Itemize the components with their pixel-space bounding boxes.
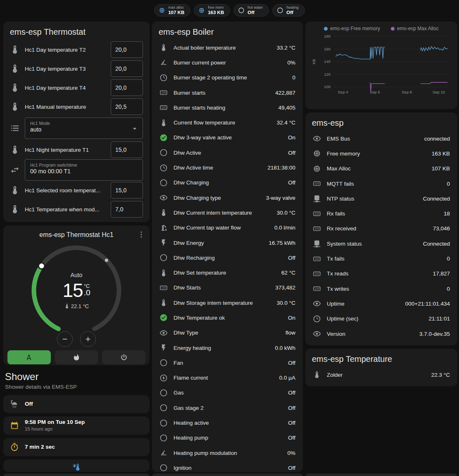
- entity-row[interactable]: 123 Rx received 73,046: [305, 221, 457, 236]
- temperature-input[interactable]: [111, 98, 143, 115]
- shower-entity-card[interactable]: 9:58 PM on Tue 10 Sep 15 hours ago: [3, 416, 150, 435]
- temperature-input[interactable]: [111, 182, 143, 199]
- partial-card[interactable]: [3, 459, 150, 472]
- svg-text:123: 123: [162, 106, 166, 109]
- chip-label: max alloc: [168, 6, 184, 10]
- entity-row[interactable]: 123 Tx fails 0: [305, 251, 457, 266]
- entity-icon: [159, 148, 168, 157]
- entity-icon: [159, 359, 168, 367]
- entity-row[interactable]: Uptime (sec) 21:11:01: [305, 311, 457, 326]
- entity-row[interactable]: Energy heating 0.0 kWh: [152, 340, 303, 355]
- entity-label: EMS Bus: [327, 136, 419, 142]
- entity-icon: 123: [313, 270, 321, 278]
- device-entity-list: EMS Bus connected Free memory 163 KB Max…: [305, 131, 457, 345]
- entity-row[interactable]: Burner current power 0%: [152, 55, 303, 70]
- minus-icon: [61, 335, 69, 343]
- thermometer-icon: [10, 45, 20, 55]
- entity-row[interactable]: Flame current 0.0 µA: [152, 371, 303, 385]
- entity-row[interactable]: Free memory 163 KB: [305, 146, 457, 161]
- temperature-input[interactable]: [111, 79, 143, 96]
- chip-label: hot water: [247, 6, 263, 10]
- program-switchtime-field[interactable]: Hc1 Program switchtime 00 mo 00:00 T1: [25, 159, 143, 181]
- temperature-input[interactable]: [111, 201, 143, 218]
- entity-row[interactable]: 123 Tx writes 0: [305, 281, 457, 296]
- entity-row[interactable]: Dhw 3-way valve active On: [152, 130, 303, 145]
- entity-row[interactable]: Dhw Set temperature 62 °C: [152, 265, 303, 280]
- entity-row[interactable]: Dhw Current intern temperature 30.0 °C: [152, 205, 303, 220]
- hvac-mode-button[interactable]: [7, 350, 51, 364]
- entity-row[interactable]: Dhw Recharging Off: [152, 250, 303, 265]
- entity-row[interactable]: 123 MQTT fails 0: [305, 176, 457, 191]
- hvac-mode-button[interactable]: [102, 350, 145, 364]
- badge-chip[interactable]: hot water Off: [233, 4, 269, 17]
- entity-row[interactable]: Fan Off: [152, 355, 303, 370]
- entity-row[interactable]: Dhw Active time 2181:38:00: [152, 160, 303, 175]
- next-card-edge: [152, 474, 303, 476]
- hvac-mode-button[interactable]: [55, 350, 98, 364]
- svg-text:123: 123: [315, 212, 319, 215]
- entity-row[interactable]: System status Connected: [305, 236, 457, 251]
- entity-row[interactable]: 123 Burner starts 422,887: [152, 85, 303, 100]
- entity-row[interactable]: Dhw Storage intern temperature 30.0 °C: [152, 295, 303, 310]
- section-subtitle: Shower details via EMS-ESP: [5, 384, 148, 390]
- entity-value: 2181:38:00: [267, 165, 295, 171]
- shower-entity-card[interactable]: 7 min 2 sec: [3, 438, 150, 456]
- dashboard: ems-esp Thermostat Hc1 Day temperature T…: [0, 17, 459, 476]
- entity-row[interactable]: Max Alloc 107 KB: [305, 161, 457, 176]
- entity-value: 0: [447, 286, 450, 292]
- badge-chip[interactable]: max alloc 107 KB: [154, 4, 190, 17]
- chip-icon: [198, 7, 205, 14]
- legend-item[interactable]: ems-esp Max Alloc: [391, 26, 439, 31]
- entity-label: Free memory: [327, 151, 426, 157]
- entity-value: 30.0 °C: [277, 210, 295, 216]
- badge-chip[interactable]: heating Off: [272, 4, 305, 17]
- chip-text: max alloc 107 KB: [168, 6, 184, 15]
- shower-entity-card[interactable]: Off: [3, 395, 150, 413]
- entity-row[interactable]: Dhw Charging Off: [152, 175, 303, 190]
- entity-row[interactable]: Heating pump Off: [152, 431, 303, 445]
- entity-row[interactable]: Version 3.7.0-dev.35: [305, 326, 457, 341]
- entity-value: 3.7.0-dev.35: [419, 331, 450, 337]
- entity-text: Off: [25, 401, 33, 408]
- field-value: 00 mo 00:00 T1: [30, 168, 128, 175]
- dots-vertical-icon[interactable]: [137, 230, 145, 239]
- temperature-input[interactable]: [111, 41, 143, 58]
- entity-row[interactable]: 123 Rx fails 18: [305, 206, 457, 221]
- entity-row[interactable]: Dhw Energy 16.75 kWh: [152, 235, 303, 250]
- entity-row[interactable]: Dhw Current tap water flow 0.0 l/min: [152, 220, 303, 235]
- badge-chip[interactable]: free mem 163 KB: [194, 4, 230, 17]
- temperature-input[interactable]: [111, 141, 143, 158]
- entity-row[interactable]: Ignition Off: [152, 460, 303, 472]
- entity-row[interactable]: Heating active Off: [152, 415, 303, 430]
- entity-row[interactable]: Current flow temperature 32.4 °C: [152, 115, 303, 130]
- entity-row[interactable]: 123 Dhw Starts 373,482: [152, 280, 303, 295]
- entity-value: 0.0 l/min: [274, 225, 295, 231]
- entity-row[interactable]: 123 Burner starts heating 49,405: [152, 100, 303, 115]
- entity-row[interactable]: NTP status Connected: [305, 191, 457, 206]
- increase-temp-button[interactable]: [80, 331, 96, 347]
- entity-row[interactable]: Dhw Active Off: [152, 145, 303, 160]
- entity-row[interactable]: Gas Off: [152, 385, 303, 400]
- entity-value: Connected: [423, 196, 450, 202]
- decrease-temp-button[interactable]: [57, 331, 73, 347]
- temperature-input[interactable]: [111, 60, 143, 77]
- legend-item[interactable]: ems-esp Free memory: [324, 26, 380, 31]
- entity-row[interactable]: Burner stage 2 operating time 0: [152, 70, 303, 85]
- entity-row[interactable]: 123 Tx reads 17,827: [305, 266, 457, 281]
- entity-row[interactable]: Heating pump modulation 0%: [152, 445, 303, 460]
- entity-row[interactable]: Gas stage 2 Off: [152, 400, 303, 415]
- entity-row[interactable]: Dhw Type flow: [152, 325, 303, 340]
- entity-row[interactable]: Uptime 000+21:11:01.434: [305, 296, 457, 311]
- entity-value: Off: [288, 405, 295, 411]
- entity-row[interactable]: EMS Bus connected: [305, 131, 457, 146]
- entity-row[interactable]: Zolder 22.3 °C: [305, 367, 457, 382]
- entity-value: 0: [447, 181, 450, 187]
- entity-icon: [313, 149, 321, 158]
- hvac-mode-select[interactable]: Hc1 Mode auto: [25, 117, 143, 139]
- entity-row[interactable]: Dhw Charging type 3-way valve: [152, 190, 303, 205]
- thermostat-dial[interactable]: Auto 15 °C .0 22.1 °C: [29, 243, 124, 347]
- entity-icon: [159, 449, 168, 457]
- entity-value: Off: [288, 179, 295, 186]
- entity-row[interactable]: Dhw Temperature ok On: [152, 310, 303, 325]
- entity-row[interactable]: Actual boiler temperature 33.2 °C: [152, 40, 303, 55]
